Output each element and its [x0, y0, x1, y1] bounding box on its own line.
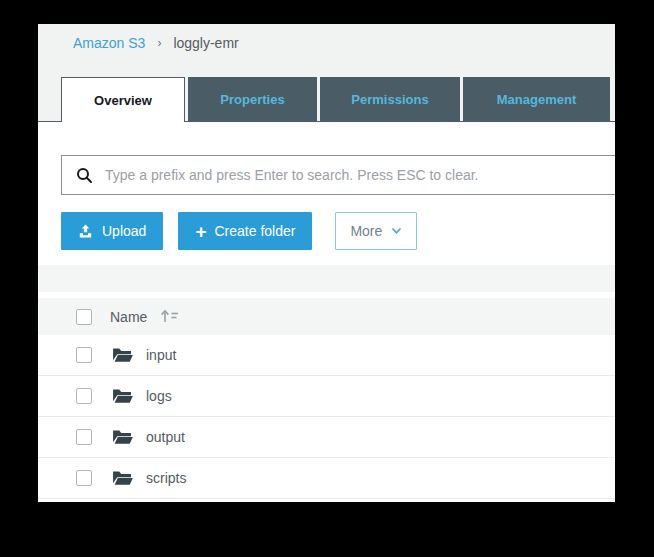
more-button-label: More	[350, 223, 382, 239]
row-checkbox[interactable]	[76, 388, 92, 404]
row-checkbox[interactable]	[76, 429, 92, 445]
table-header-row: Name	[38, 298, 615, 335]
tab-permissions[interactable]: Permissions	[320, 77, 460, 121]
table-row-output[interactable]: output	[38, 417, 615, 458]
chevron-down-icon	[391, 227, 402, 235]
tab-management[interactable]: Management	[463, 77, 610, 121]
s3-console-panel: Amazon S3 › loggly-emr Overview Properti…	[38, 24, 615, 502]
create-folder-button[interactable]: + Create folder	[178, 212, 312, 250]
table-row-logs[interactable]: logs	[38, 376, 615, 417]
table-row-input[interactable]: input	[38, 335, 615, 376]
folder-name[interactable]: scripts	[146, 470, 186, 486]
tab-bar: Overview Properties Permissions Manageme…	[61, 77, 610, 122]
search-icon	[76, 167, 93, 184]
more-button[interactable]: More	[335, 212, 417, 250]
console-header: Amazon S3 › loggly-emr Overview Properti…	[38, 24, 615, 122]
name-column-sort[interactable]: Name	[110, 309, 180, 325]
upload-button[interactable]: Upload	[61, 212, 163, 250]
folder-name[interactable]: logs	[146, 388, 172, 404]
tab-properties[interactable]: Properties	[188, 77, 317, 121]
search-box[interactable]	[61, 155, 615, 195]
select-all-checkbox[interactable]	[76, 309, 92, 325]
folder-name[interactable]: input	[146, 347, 176, 363]
open-folder-icon	[112, 388, 133, 404]
screenshot-frame: Amazon S3 › loggly-emr Overview Properti…	[0, 0, 654, 557]
breadcrumb-amazon-s3-link[interactable]: Amazon S3	[73, 35, 145, 51]
name-column-header: Name	[110, 309, 147, 325]
search-input[interactable]	[105, 167, 615, 183]
create-folder-button-label: Create folder	[214, 223, 295, 239]
sort-ascending-icon	[160, 309, 180, 324]
breadcrumb-current-bucket: loggly-emr	[173, 35, 238, 51]
breadcrumb-separator-icon: ›	[157, 36, 161, 50]
upload-icon	[78, 224, 93, 239]
row-checkbox[interactable]	[76, 347, 92, 363]
tab-overview[interactable]: Overview	[61, 77, 185, 122]
table-top-strip	[38, 265, 615, 292]
table-row-scripts[interactable]: scripts	[38, 458, 615, 499]
folder-name[interactable]: output	[146, 429, 185, 445]
plus-icon: +	[195, 222, 206, 241]
action-toolbar: Upload + Create folder More	[61, 212, 615, 250]
open-folder-icon	[112, 429, 133, 445]
open-folder-icon	[112, 470, 133, 486]
upload-button-label: Upload	[102, 223, 146, 239]
open-folder-icon	[112, 347, 133, 363]
breadcrumb: Amazon S3 › loggly-emr	[38, 24, 615, 51]
row-checkbox[interactable]	[76, 470, 92, 486]
